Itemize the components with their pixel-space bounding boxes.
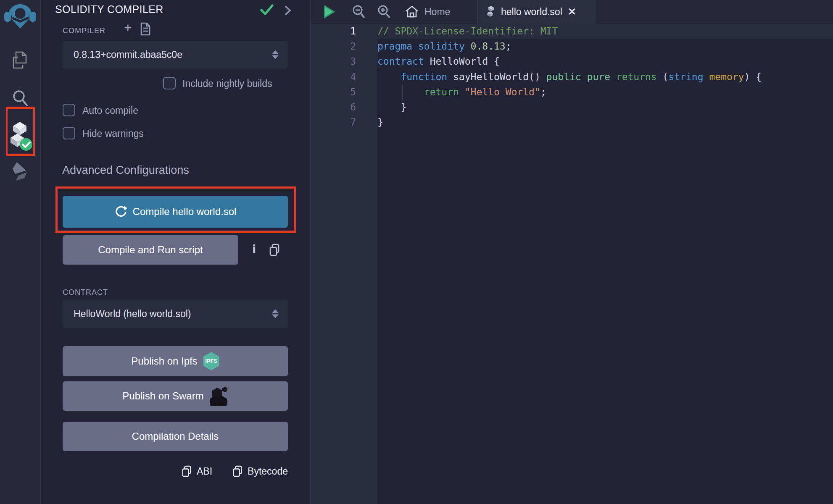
solidity-file-icon — [486, 5, 496, 18]
code-line-2[interactable]: 2pragma solidity 0.8.13; — [311, 39, 833, 54]
line-number: 5 — [311, 87, 377, 97]
info-icon[interactable]: i — [252, 242, 256, 255]
nightly-builds-checkbox[interactable] — [163, 77, 176, 89]
indent-guide — [402, 84, 403, 100]
publish-on-swarm-button[interactable]: Publish on Swarm — [63, 381, 288, 411]
file-explorer-button[interactable] — [0, 50, 40, 71]
hide-warnings-label[interactable]: Hide warnings — [82, 128, 144, 139]
line-number: 1 — [311, 26, 377, 37]
abi-bytecode-row: ABI Bytecode — [41, 465, 288, 477]
zoom-in-icon — [377, 4, 391, 19]
ipfs-cube-icon: IPFS — [203, 352, 219, 370]
code-text: function sayHelloWorld() public pure ret… — [377, 71, 762, 82]
add-compiler-icon[interactable]: + — [124, 21, 132, 34]
compiled-check-badge — [20, 138, 32, 151]
publish-ipfs-label: Publish on Ipfs — [131, 355, 197, 367]
run-script-button[interactable] — [323, 0, 335, 24]
bytecode-label[interactable]: Bytecode — [248, 466, 288, 477]
ipfs-badge-text: IPFS — [205, 358, 217, 364]
editor-area: Home hello world.sol ✕ 1// SPDX-License-… — [311, 0, 833, 504]
compile-and-run-button[interactable]: Compile and Run script — [63, 235, 238, 265]
line-number: 6 — [311, 102, 377, 113]
solidity-compiler-button[interactable] — [0, 121, 40, 152]
copy-abi-icon[interactable] — [182, 465, 192, 477]
copy-script-icon[interactable] — [269, 244, 280, 256]
tab-home[interactable]: Home — [401, 0, 454, 24]
code-line-5[interactable]: 5 return "Hello World"; — [311, 84, 833, 100]
code-line-4[interactable]: 4 function sayHelloWorld() public pure r… — [311, 69, 833, 84]
code-text: } — [377, 117, 383, 128]
zoom-out-button[interactable] — [351, 0, 366, 24]
auto-compile-checkbox[interactable] — [63, 104, 75, 116]
compiler-doc-icon[interactable] — [140, 22, 151, 36]
code-line-1[interactable]: 1// SPDX-License-Identifier: MIT — [311, 24, 833, 39]
remix-logo-icon — [3, 3, 37, 29]
compiler-version-select[interactable]: 0.8.13+commit.abaa5c0e — [63, 41, 288, 68]
line-number: 3 — [311, 56, 377, 67]
home-icon — [405, 5, 419, 18]
indent-guide — [378, 69, 378, 115]
solidity-compiler-icon — [7, 121, 33, 152]
compilation-details-button[interactable]: Compilation Details — [63, 422, 288, 451]
tab-home-label: Home — [424, 6, 450, 18]
refresh-icon — [114, 205, 127, 218]
line-number: 7 — [311, 117, 377, 128]
compiler-section-label: COMPILER — [63, 26, 105, 35]
close-tab-icon[interactable]: ✕ — [568, 7, 576, 17]
deploy-and-run-button[interactable] — [0, 161, 40, 183]
advanced-configurations-toggle[interactable]: Advanced Configurations — [62, 164, 189, 177]
compile-button-label: Compile hello world.sol — [133, 206, 237, 218]
abi-label[interactable]: ABI — [197, 466, 212, 477]
tab-hello-world-sol[interactable]: hello world.sol ✕ — [477, 0, 596, 24]
nightly-builds-label[interactable]: Include nightly builds — [182, 78, 272, 89]
panel-expand-chevron[interactable] — [284, 5, 292, 16]
hide-warnings-checkbox[interactable] — [63, 127, 75, 139]
remix-ide-window: SOLIDITY COMPILER COMPILER + 0.8.13+comm… — [0, 0, 833, 504]
search-button[interactable] — [0, 89, 40, 108]
line-number: 4 — [311, 71, 377, 82]
tab-hello-world-sol-label: hello world.sol — [501, 6, 562, 18]
contract-section-label: CONTRACT — [63, 288, 108, 297]
line-number: 2 — [311, 41, 377, 52]
contract-select[interactable]: HelloWorld (hello world.sol) — [63, 299, 288, 328]
copy-bytecode-icon[interactable] — [232, 465, 243, 477]
code-text: // SPDX-License-Identifier: MIT — [377, 26, 558, 37]
select-caret-icon — [272, 50, 279, 59]
compile-and-run-label: Compile and Run script — [98, 244, 203, 256]
file-explorer-icon — [11, 50, 29, 71]
compile-success-check-icon — [260, 4, 274, 16]
publish-swarm-label: Publish on Swarm — [122, 390, 203, 402]
contract-select-value: HelloWorld (hello world.sol) — [74, 308, 191, 320]
code-text: return "Hello World"; — [377, 87, 546, 97]
swarm-cubes-icon — [210, 386, 228, 406]
ethereum-deploy-icon — [10, 161, 30, 183]
code-line-7[interactable]: 7} — [311, 115, 833, 130]
compiler-version-value: 0.8.13+commit.abaa5c0e — [74, 49, 182, 60]
zoom-in-button[interactable] — [377, 0, 391, 24]
compile-button[interactable]: Compile hello world.sol — [63, 196, 288, 228]
activity-bar — [0, 0, 41, 504]
editor-tabbar: Home hello world.sol ✕ — [311, 0, 833, 24]
remix-logo[interactable] — [0, 3, 40, 29]
play-icon — [323, 5, 335, 19]
auto-compile-label[interactable]: Auto compile — [82, 105, 138, 116]
solidity-compiler-panel: SOLIDITY COMPILER COMPILER + 0.8.13+comm… — [41, 0, 311, 504]
zoom-out-icon — [351, 4, 366, 19]
code-text: pragma solidity 0.8.13; — [377, 41, 511, 52]
code-lines: 1// SPDX-License-Identifier: MIT2pragma … — [311, 24, 833, 130]
compilation-details-label: Compilation Details — [132, 430, 219, 442]
panel-title: SOLIDITY COMPILER — [55, 3, 163, 16]
publish-on-ipfs-button[interactable]: Publish on Ipfs IPFS — [63, 346, 288, 376]
select-caret-icon — [272, 310, 279, 318]
code-line-6[interactable]: 6 } — [311, 100, 833, 115]
search-icon — [11, 89, 29, 108]
code-text: contract HelloWorld { — [377, 56, 500, 67]
code-line-3[interactable]: 3contract HelloWorld { — [311, 54, 833, 69]
code-text: } — [377, 102, 406, 113]
